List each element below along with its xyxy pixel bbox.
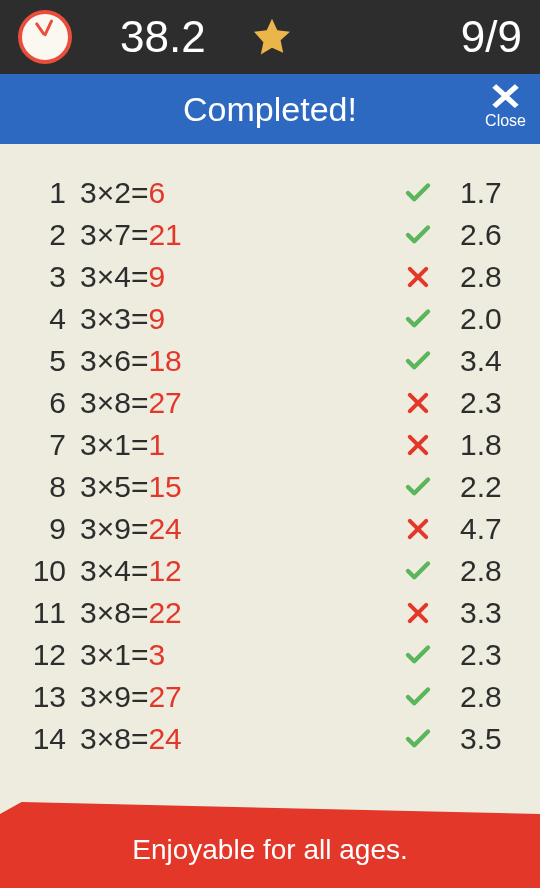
row-time: 3.4 [460,340,516,382]
row-equation: 3×8=24 [80,718,182,760]
row-answer: 15 [148,470,181,503]
result-row: 23×7=212.6 [24,214,516,256]
row-index: 7 [24,424,66,466]
row-index: 2 [24,214,66,256]
row-time: 3.5 [460,718,516,760]
row-equation: 3×5=15 [80,466,182,508]
row-equation: 3×8=27 [80,382,182,424]
row-index: 5 [24,340,66,382]
row-time: 2.3 [460,634,516,676]
result-row: 143×8=243.5 [24,718,516,760]
header-title: Completed! [183,90,357,129]
row-time: 2.8 [460,256,516,298]
check-icon [400,220,436,250]
check-icon [400,472,436,502]
score: 9/9 [461,12,522,62]
result-row: 123×1=32.3 [24,634,516,676]
row-equation: 3×3=9 [80,298,165,340]
row-index: 1 [24,172,66,214]
result-row: 113×8=223.3 [24,592,516,634]
result-row: 93×9=244.7 [24,508,516,550]
cross-icon [400,389,436,417]
row-time: 4.7 [460,508,516,550]
row-equation: 3×8=22 [80,592,182,634]
cross-icon [400,431,436,459]
clock-icon [18,10,72,64]
row-equation: 3×6=18 [80,340,182,382]
check-icon [400,724,436,754]
row-equation: 3×1=3 [80,634,165,676]
check-icon [400,178,436,208]
check-icon [400,304,436,334]
row-equation: 3×9=27 [80,676,182,718]
row-answer: 6 [148,176,165,209]
check-icon [400,640,436,670]
cross-icon [400,515,436,543]
cross-icon [400,263,436,291]
results-list: 13×2=61.723×7=212.633×4=92.843×3=92.053×… [0,144,540,760]
result-row: 53×6=183.4 [24,340,516,382]
row-answer: 27 [148,386,181,419]
check-icon [400,682,436,712]
row-index: 14 [24,718,66,760]
row-answer: 18 [148,344,181,377]
result-row: 33×4=92.8 [24,256,516,298]
row-index: 11 [24,592,66,634]
row-index: 12 [24,634,66,676]
row-index: 6 [24,382,66,424]
row-answer: 9 [148,302,165,335]
row-answer: 9 [148,260,165,293]
row-time: 2.8 [460,676,516,718]
row-time: 1.7 [460,172,516,214]
result-row: 73×1=11.8 [24,424,516,466]
completed-header: Completed! ✕ Close [0,74,540,144]
row-time: 2.2 [460,466,516,508]
close-button[interactable]: ✕ Close [485,80,526,130]
row-index: 8 [24,466,66,508]
row-answer: 3 [148,638,165,671]
check-icon [400,556,436,586]
row-time: 3.3 [460,592,516,634]
row-equation: 3×4=9 [80,256,165,298]
elapsed-time: 38.2 [120,12,206,62]
row-equation: 3×2=6 [80,172,165,214]
row-index: 13 [24,676,66,718]
result-row: 13×2=61.7 [24,172,516,214]
row-equation: 3×1=1 [80,424,165,466]
row-answer: 24 [148,722,181,755]
result-row: 103×4=122.8 [24,550,516,592]
row-answer: 21 [148,218,181,251]
row-time: 2.0 [460,298,516,340]
result-row: 63×8=272.3 [24,382,516,424]
row-index: 4 [24,298,66,340]
footer-text: Enjoyable for all ages. [132,834,408,865]
top-bar: 38.2 9/9 [0,0,540,74]
row-answer: 24 [148,512,181,545]
row-time: 2.3 [460,382,516,424]
result-row: 133×9=272.8 [24,676,516,718]
row-equation: 3×4=12 [80,550,182,592]
row-time: 2.8 [460,550,516,592]
row-index: 3 [24,256,66,298]
row-equation: 3×7=21 [80,214,182,256]
row-answer: 1 [148,428,165,461]
row-index: 10 [24,550,66,592]
cross-icon [400,599,436,627]
star-icon [250,15,294,59]
footer-banner[interactable]: Enjoyable for all ages. [0,814,540,888]
result-row: 43×3=92.0 [24,298,516,340]
result-row: 83×5=152.2 [24,466,516,508]
row-equation: 3×9=24 [80,508,182,550]
close-icon: ✕ [488,80,523,114]
row-index: 9 [24,508,66,550]
check-icon [400,346,436,376]
row-time: 2.6 [460,214,516,256]
row-answer: 22 [148,596,181,629]
row-time: 1.8 [460,424,516,466]
row-answer: 27 [148,680,181,713]
row-answer: 12 [148,554,181,587]
